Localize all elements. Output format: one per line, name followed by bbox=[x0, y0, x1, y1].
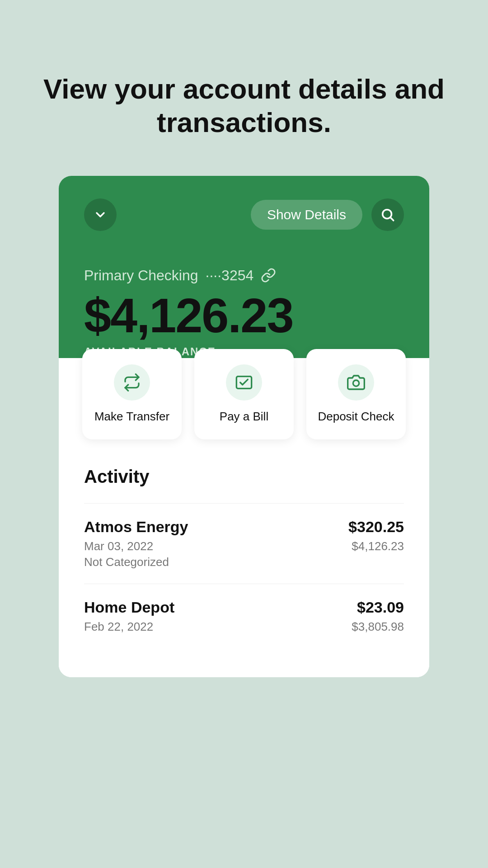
link-icon[interactable] bbox=[261, 268, 276, 283]
pay-bill-label: Pay a Bill bbox=[220, 410, 268, 424]
balance-amount: $4,126.23 bbox=[84, 291, 404, 340]
svg-point-3 bbox=[353, 380, 359, 386]
transaction-date-2: Feb 22, 2022 bbox=[84, 620, 174, 634]
white-section: Make Transfer Pay a Bill bbox=[59, 385, 429, 677]
quick-actions-row: Make Transfer Pay a Bill bbox=[59, 349, 429, 439]
svg-line-1 bbox=[391, 217, 394, 220]
transaction-right-2: $23.09 $3,805.98 bbox=[352, 599, 404, 634]
account-name-label: Primary Checking bbox=[84, 267, 198, 284]
hero-title: View your account details and transactio… bbox=[0, 0, 488, 176]
transaction-amount-1: $320.25 bbox=[348, 518, 404, 536]
bill-icon-circle bbox=[226, 364, 262, 401]
transaction-name-1: Atmos Energy bbox=[84, 518, 188, 536]
transaction-amount-2: $23.09 bbox=[352, 599, 404, 616]
table-row[interactable]: Atmos Energy Mar 03, 2022 Not Categorize… bbox=[84, 503, 404, 584]
transaction-balance-1: $4,126.23 bbox=[348, 539, 404, 553]
camera-icon bbox=[347, 373, 365, 392]
top-right-actions: Show Details bbox=[251, 198, 404, 231]
bill-icon bbox=[235, 373, 253, 392]
transaction-date-1: Mar 03, 2022 bbox=[84, 539, 188, 553]
transfer-icon-circle bbox=[114, 364, 150, 401]
account-number: ····3254 bbox=[206, 267, 254, 284]
transaction-left-2: Home Depot Feb 22, 2022 bbox=[84, 599, 174, 636]
activity-title: Activity bbox=[84, 467, 404, 487]
card-header: Show Details Primary Checking ····3254 $ bbox=[59, 176, 429, 358]
deposit-check-button[interactable]: Deposit Check bbox=[306, 349, 406, 439]
make-transfer-label: Make Transfer bbox=[94, 410, 169, 424]
show-details-button[interactable]: Show Details bbox=[251, 200, 362, 230]
chevron-down-button[interactable] bbox=[84, 198, 117, 231]
card-body: Activity Atmos Energy Mar 03, 2022 Not C… bbox=[59, 458, 429, 677]
transaction-name-2: Home Depot bbox=[84, 599, 174, 616]
top-bar: Show Details bbox=[84, 198, 404, 231]
transaction-balance-2: $3,805.98 bbox=[352, 620, 404, 634]
account-card: Show Details Primary Checking ····3254 $ bbox=[59, 176, 429, 677]
account-name-row: Primary Checking ····3254 bbox=[84, 267, 404, 284]
transaction-category-1: Not Categorized bbox=[84, 555, 188, 569]
activity-section: Activity Atmos Energy Mar 03, 2022 Not C… bbox=[84, 458, 404, 650]
transaction-left-1: Atmos Energy Mar 03, 2022 Not Categorize… bbox=[84, 518, 188, 569]
search-button[interactable] bbox=[371, 198, 404, 231]
deposit-check-label: Deposit Check bbox=[318, 410, 394, 424]
pay-bill-button[interactable]: Pay a Bill bbox=[194, 349, 294, 439]
table-row[interactable]: Home Depot Feb 22, 2022 $23.09 $3,805.98 bbox=[84, 584, 404, 650]
transfer-icon bbox=[123, 373, 141, 392]
camera-icon-circle bbox=[338, 364, 374, 401]
make-transfer-button[interactable]: Make Transfer bbox=[82, 349, 182, 439]
transaction-right-1: $320.25 $4,126.23 bbox=[348, 518, 404, 553]
